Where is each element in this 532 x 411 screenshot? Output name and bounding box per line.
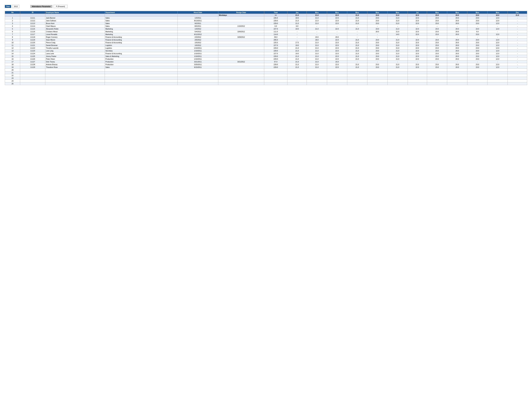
cell-m3: [347, 74, 367, 77]
cell-m2: 22.0: [327, 66, 347, 69]
cell-m1: [307, 80, 327, 82]
cell-m5: 21.0: [387, 55, 408, 58]
cell-hired: 5/4/2012: [178, 30, 218, 33]
cell-jan: 18.0: [287, 17, 307, 19]
cell-m10: -: [487, 30, 508, 33]
cell-no: 18: [5, 63, 20, 66]
cell-m2: [327, 69, 347, 71]
cell-jan: 21.0: [287, 19, 307, 22]
cell-dec: -: [508, 33, 527, 36]
col-total: Total: [264, 11, 287, 14]
cell-dept: Sales: [105, 66, 178, 69]
table-row: 1211122Timothy LazenbiLogistics1/10/2011…: [5, 47, 527, 49]
table-row: 311113Bruce KentSales9/2/2011229.021.021…: [5, 22, 527, 25]
cell-jan: 21.0: [287, 49, 307, 52]
cell-dept: Sales: [105, 22, 178, 25]
cell-dec: -: [508, 25, 527, 28]
cell-m4: [367, 82, 387, 85]
cell-hired: 8/13/2011: [178, 19, 218, 22]
top-controls: Year 2012 Attendance Parameter P (Presen…: [5, 5, 527, 8]
col-jan: Jan: [287, 11, 307, 14]
cell-hired: [178, 77, 218, 80]
cell-resign: [218, 22, 264, 25]
workdays-arrow: >>: [264, 14, 287, 17]
workdays-m9: 23.0: [467, 14, 487, 17]
cell-dept: Finance & Accounting: [105, 36, 178, 38]
cell-m4: 23.0: [367, 66, 387, 69]
cell-hired: [178, 74, 218, 77]
cell-m7: 23.0: [427, 28, 447, 30]
cell-m4: [367, 77, 387, 80]
col-mon-8: Mon: [447, 11, 467, 14]
cell-id: [20, 82, 45, 85]
cell-m8: [447, 82, 467, 85]
cell-resign: [218, 77, 264, 80]
cell-hired: 1/3/2012: [178, 28, 218, 30]
cell-jul: [408, 77, 427, 80]
cell-m9: [467, 74, 487, 77]
cell-hired: 1/5/2012: [178, 41, 218, 44]
cell-name: Lana Lane: [45, 52, 105, 55]
cell-m1: -: [307, 25, 327, 28]
workdays-m7: 23.0: [427, 14, 447, 17]
cell-m7: 23.0: [427, 33, 447, 36]
cell-m1: 21.0: [307, 47, 327, 49]
col-id: ID: [20, 11, 45, 14]
cell-m10: 12.0: [487, 49, 508, 52]
col-mon-10: Mon: [487, 11, 508, 14]
cell-m4: [367, 71, 387, 74]
cell-id: 11125: [20, 55, 45, 58]
cell-resign: [218, 33, 264, 36]
cell-no: 22: [5, 74, 20, 77]
cell-m10: [487, 77, 508, 80]
cell-m7: 23.0: [427, 17, 447, 19]
cell-id: 11113: [20, 22, 45, 25]
cell-no: 5: [5, 28, 20, 30]
cell-dec: -: [508, 41, 527, 44]
cell-m7: 23.0: [427, 38, 447, 41]
cell-m4: [367, 74, 387, 77]
cell-jan: [287, 69, 307, 71]
cell-m9: 23.0: [467, 33, 487, 36]
cell-resign: [218, 44, 264, 47]
cell-dec: -: [508, 17, 527, 19]
cell-jul: [408, 74, 427, 77]
cell-m1: -: [307, 30, 327, 33]
cell-hired: 3/20/2011: [178, 63, 218, 66]
cell-resign: [218, 74, 264, 77]
cell-m1: 21.0: [307, 58, 327, 60]
cell-dept: Marketing: [105, 30, 178, 33]
cell-id: 11117: [20, 33, 45, 36]
cell-m2: -: [327, 33, 347, 36]
cell-m1: 18.0: [307, 38, 327, 41]
cell-m5: [387, 77, 408, 80]
col-resign-date: Resign Date: [218, 11, 264, 14]
cell-m8: 20.0: [447, 33, 467, 36]
cell-m10: [487, 80, 508, 82]
cell-jan: 19.0: [287, 44, 307, 47]
cell-m2: 22.0: [327, 28, 347, 30]
cell-m5: -: [387, 36, 408, 38]
cell-m2: 22.0: [327, 63, 347, 66]
table-row: 411114Clark WayneSales8/5/20111/10/20126…: [5, 25, 527, 28]
cell-name: Lois Lang: [45, 49, 105, 52]
cell-m9: -: [467, 60, 487, 63]
cell-m8: 20.0: [447, 30, 467, 33]
table-row: 1511125Jimmy ParkerSales & Marketing1/10…: [5, 55, 527, 58]
cell-m7: [427, 80, 447, 82]
cell-id: 11111: [20, 17, 45, 19]
cell-total: 229.0: [264, 19, 287, 22]
cell-m5: [387, 69, 408, 71]
cell-m1: 21.0: [307, 52, 327, 55]
table-row: 211112Jane SullivanSales8/13/2011229.021…: [5, 19, 527, 22]
cell-m5: 21.0: [387, 19, 408, 22]
workdays-jan: 21.0: [287, 14, 307, 17]
cell-m5: -: [387, 60, 408, 63]
cell-jul: 22.0: [408, 30, 427, 33]
col-mon-1: Mon: [307, 11, 327, 14]
cell-hired: [178, 82, 218, 85]
table-row: 22: [5, 74, 527, 77]
cell-dec: -: [508, 19, 527, 22]
cell-resign: [218, 41, 264, 44]
cell-dept: Secretary: [105, 49, 178, 52]
